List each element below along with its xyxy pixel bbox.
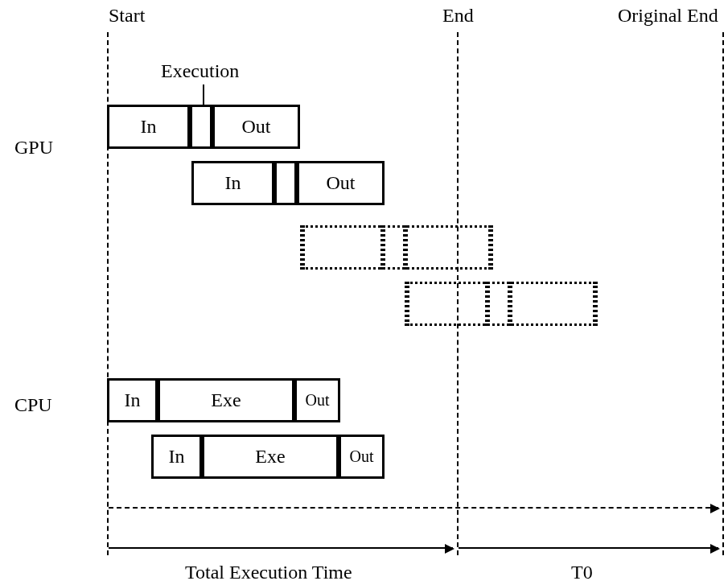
cpu1-out: Out (294, 378, 338, 422)
execution-callout-label: Execution (161, 60, 239, 82)
cpu-stream-2: In Exe Out (151, 435, 385, 479)
cpu1-exe: Exe (158, 378, 294, 422)
gpu-stream-3-dashed (300, 225, 493, 270)
gpu-stream-2: In Out (191, 161, 385, 205)
gpu2-in: In (194, 161, 274, 205)
gpu-axis-label: GPU (14, 137, 53, 159)
total-time-arrow (109, 547, 453, 549)
gpu3-exec (383, 225, 405, 270)
execution-pointer (203, 84, 204, 105)
gpu3-in (302, 225, 383, 270)
start-label: Start (109, 5, 145, 27)
gpu3-out (405, 225, 491, 270)
timing-diagram: Start End Original End Execution GPU CPU… (0, 0, 728, 585)
gpu4-in (407, 282, 487, 326)
cpu1-in: In (109, 378, 158, 422)
original-end-guideline (722, 32, 724, 555)
t0-arrow (459, 547, 718, 549)
cpu2-out: Out (339, 435, 382, 479)
gpu1-exec (190, 105, 212, 149)
total-exec-time-label: Total Execution Time (185, 562, 352, 583)
gpu-stream-1: In Out (107, 105, 300, 149)
original-end-label: Original End (618, 5, 718, 27)
cpu2-exe: Exe (202, 435, 339, 479)
gpu4-out (510, 282, 595, 326)
cpu2-in: In (154, 435, 202, 479)
full-span-arrow (109, 507, 718, 509)
t0-label: T0 (571, 562, 593, 583)
gpu2-exec (274, 161, 297, 205)
end-label: End (442, 5, 474, 27)
gpu2-out: Out (297, 161, 382, 205)
gpu1-in: In (109, 105, 190, 149)
gpu1-out: Out (212, 105, 298, 149)
cpu-axis-label: CPU (14, 394, 52, 416)
gpu4-exec (487, 282, 510, 326)
gpu-stream-4-dashed (405, 282, 598, 326)
cpu-stream-1: In Exe Out (107, 378, 340, 422)
